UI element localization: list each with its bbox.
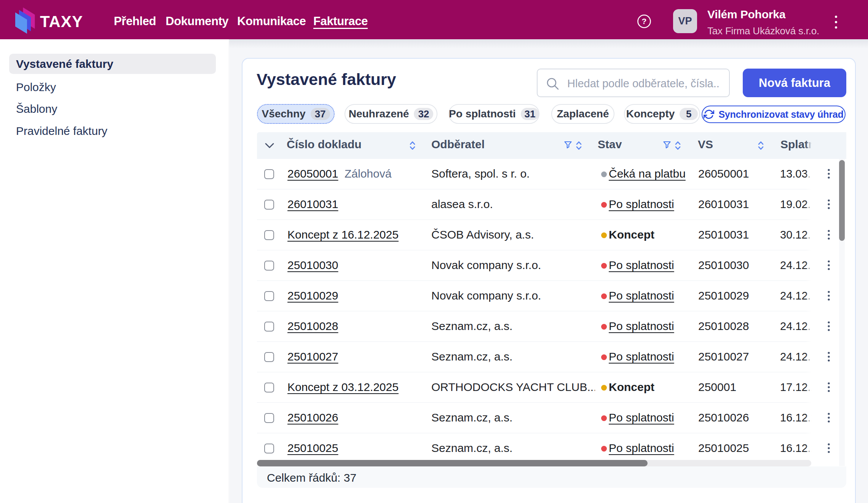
svg-text:?: ?	[642, 17, 647, 26]
